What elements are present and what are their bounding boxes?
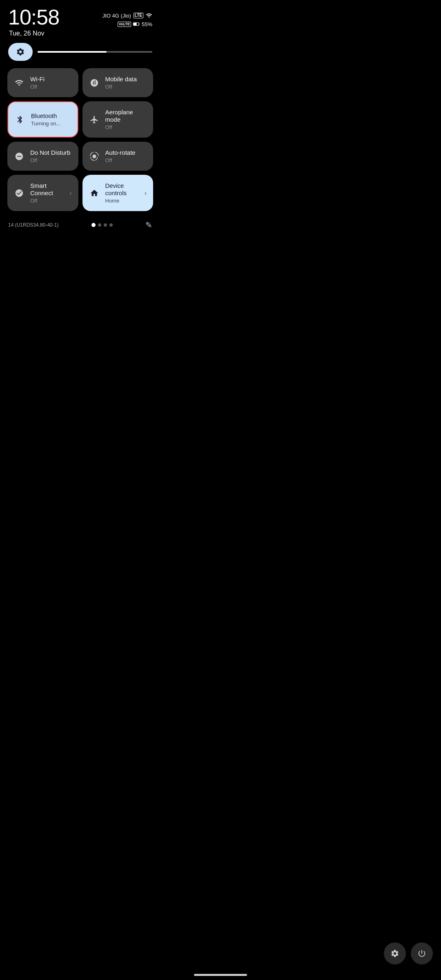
tile-bluetooth[interactable]: Bluetooth Turning on... (7, 101, 78, 138)
tile-devicecontrols[interactable]: Device controls Home › (82, 175, 154, 211)
svg-rect-1 (139, 24, 140, 25)
tile-title-bluetooth: Bluetooth (31, 112, 71, 120)
settings-icon (16, 47, 25, 56)
tile-aeroplane[interactable]: Aeroplane mode Off (82, 101, 154, 138)
smartconnect-icon (15, 189, 24, 198)
wifi-icon (15, 78, 24, 87)
tile-mobile-data[interactable]: Mobile data Off (82, 68, 154, 97)
bluetooth-icon (16, 115, 24, 124)
tile-autorotate[interactable]: Auto-rotate Off (82, 142, 154, 171)
page-dot-3 (109, 223, 113, 227)
dnd-icon (15, 152, 24, 161)
brightness-button[interactable] (8, 43, 33, 61)
volte-badge: VoLTE (118, 22, 131, 27)
tile-icon-mobile-data (89, 78, 100, 88)
edit-icon[interactable]: ✎ (145, 220, 152, 230)
mobile-data-icon (90, 78, 99, 87)
tile-wifi[interactable]: Wi-Fi Off (7, 68, 78, 97)
page-dots (91, 223, 113, 227)
tile-title-autorotate: Auto-rotate (105, 149, 147, 156)
bottom-bar: 14 (U1RDS34.80-40-1) ✎ (0, 213, 160, 234)
tile-smartconnect[interactable]: Smart Connect Off › (7, 175, 78, 211)
tile-subtitle-mobile-data: Off (105, 84, 147, 90)
status-icons: JIO 4G (Jio) LTE VoLTE 55% (102, 6, 152, 28)
tile-title-wifi: Wi-Fi (30, 76, 72, 83)
page-dot-2 (104, 223, 107, 227)
network-info: JIO 4G (Jio) LTE (102, 12, 152, 19)
tile-title-mobile-data: Mobile data (105, 76, 147, 83)
tile-icon-dnd (14, 151, 24, 162)
tile-subtitle-autorotate: Off (105, 157, 147, 163)
status-bar: 10:58 Tue, 26 Nov JIO 4G (Jio) LTE VoLTE… (0, 0, 160, 39)
autorotate-icon (90, 152, 99, 161)
battery-info: VoLTE 55% (118, 20, 152, 28)
date: Tue, 26 Nov (8, 30, 59, 37)
tile-icon-aeroplane (89, 114, 100, 125)
battery-percent: 55% (142, 21, 152, 27)
page-dot-1 (98, 223, 101, 227)
svg-rect-2 (134, 23, 137, 25)
tile-arrow-smartconnect: › (69, 189, 71, 197)
tile-subtitle-wifi: Off (30, 84, 72, 90)
tile-text-aeroplane: Aeroplane mode Off (105, 109, 147, 130)
signal-icon (146, 12, 152, 19)
tile-text-bluetooth: Bluetooth Turning on... (31, 112, 71, 127)
battery-icon (133, 20, 140, 28)
tile-text-devicecontrols: Device controls Home (105, 182, 139, 204)
tile-text-dnd: Do Not Disturb Off (30, 149, 72, 163)
tile-title-dnd: Do Not Disturb (30, 149, 72, 156)
brightness-track[interactable] (38, 51, 152, 53)
clock: 10:58 (8, 6, 59, 29)
tile-text-mobile-data: Mobile data Off (105, 76, 147, 90)
brightness-row (0, 39, 160, 68)
tile-icon-smartconnect (14, 188, 24, 198)
aeroplane-icon (90, 115, 99, 124)
network-name: JIO 4G (Jio) (102, 13, 131, 19)
tile-subtitle-bluetooth: Turning on... (31, 120, 71, 127)
tile-subtitle-smartconnect: Off (30, 198, 64, 204)
tile-dnd[interactable]: Do Not Disturb Off (7, 142, 78, 171)
tile-subtitle-aeroplane: Off (105, 124, 147, 130)
tile-text-autorotate: Auto-rotate Off (105, 149, 147, 163)
tile-text-wifi: Wi-Fi Off (30, 76, 72, 90)
tile-subtitle-devicecontrols: Home (105, 198, 139, 204)
devicecontrols-icon (90, 189, 99, 198)
tile-icon-bluetooth (15, 114, 25, 125)
tile-icon-devicecontrols (89, 188, 100, 198)
tile-title-smartconnect: Smart Connect (30, 182, 64, 197)
tile-title-aeroplane: Aeroplane mode (105, 109, 147, 123)
tile-icon-wifi (14, 78, 24, 88)
tile-subtitle-dnd: Off (30, 157, 72, 163)
page-dot-0 (91, 223, 96, 227)
tile-text-smartconnect: Smart Connect Off (30, 182, 64, 204)
tile-arrow-devicecontrols: › (145, 189, 147, 197)
tile-title-devicecontrols: Device controls (105, 182, 139, 197)
build-info: 14 (U1RDS34.80-40-1) (8, 222, 58, 228)
brightness-fill (38, 51, 107, 53)
quick-tiles-grid: Wi-Fi Off Mobile data Off Bluetooth Turn… (0, 68, 160, 211)
tile-icon-autorotate (89, 151, 100, 162)
lte-badge: LTE (134, 13, 143, 18)
